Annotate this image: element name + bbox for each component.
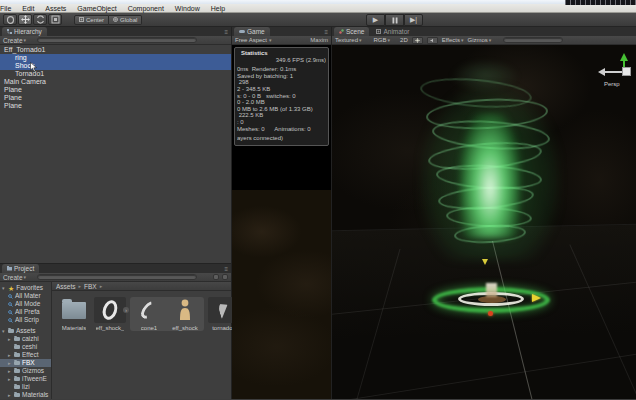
- breadcrumb-assets[interactable]: Assets: [56, 283, 76, 290]
- tab-project[interactable]: Project: [2, 264, 39, 273]
- play-button[interactable]: ▶: [366, 14, 385, 26]
- video-player-overlay: [565, 0, 636, 5]
- project-panel-menu-icon[interactable]: ≡: [224, 266, 228, 272]
- effects-dropdown[interactable]: Effects ▾: [442, 37, 464, 43]
- base-center: [478, 296, 506, 303]
- x-axis-handle[interactable]: [532, 294, 541, 302]
- rotate-tool-button[interactable]: [33, 14, 47, 25]
- tree-folder-ceshi[interactable]: ceshi: [0, 343, 51, 351]
- asset-item-eff-shock[interactable]: › eff_shock_: [94, 297, 126, 331]
- hierarchy-item-plane-3[interactable]: Plane: [0, 102, 231, 110]
- chevron-right-icon: ▸: [8, 335, 12, 343]
- pivot-global-button[interactable]: Global: [109, 15, 142, 25]
- tree-folder-itween[interactable]: ▸ iTweenE: [0, 375, 51, 383]
- tab-scene[interactable]: Scene: [334, 27, 369, 36]
- stat-line: 298: [237, 79, 326, 86]
- game-viewport[interactable]: Statistics 349.6 FPS (2.9ms) 0ms Rendere…: [232, 45, 331, 399]
- menu-gameobject[interactable]: GameObject: [76, 5, 117, 12]
- folder-icon: [14, 361, 20, 365]
- move-tool-button[interactable]: [18, 14, 32, 25]
- scene-search-input[interactable]: [503, 37, 563, 43]
- maximize-on-play-toggle[interactable]: Maxim: [310, 37, 328, 43]
- tree-folder-materials[interactable]: ▸ Materials: [0, 391, 51, 399]
- asset-item-eff-shock-2[interactable]: eff_shock: [168, 297, 202, 331]
- hierarchy-panel-menu-icon[interactable]: ≡: [224, 29, 228, 35]
- tab-game[interactable]: Game: [234, 27, 270, 36]
- hand-tool-icon: [6, 15, 15, 24]
- tree-assets-root[interactable]: ▾ Assets: [0, 327, 51, 335]
- hierarchy-item-ring[interactable]: ring: [0, 54, 231, 62]
- render-channel-dropdown[interactable]: RGB ▾: [374, 37, 391, 43]
- pause-button[interactable]: [385, 14, 404, 26]
- stat-line: : 0: [237, 119, 326, 126]
- 2d-toggle[interactable]: 2D: [400, 37, 408, 43]
- project-search-input[interactable]: [37, 274, 197, 280]
- hand-tool-button[interactable]: [3, 14, 17, 25]
- expand-subassets-icon[interactable]: ›: [123, 307, 129, 313]
- hierarchy-item-plane-1[interactable]: Plane: [0, 86, 231, 94]
- menu-component[interactable]: Component: [127, 5, 165, 12]
- hierarchy-tabstrip: Hierarchy ≡: [0, 27, 231, 36]
- breadcrumb-fbx[interactable]: FBX: [84, 283, 97, 290]
- tree-item-label: iTweenE: [22, 375, 47, 383]
- hierarchy-search-input[interactable]: [37, 37, 197, 43]
- hierarchy-header: Create ▾: [0, 36, 231, 45]
- pivot-controls: Center Global: [74, 15, 142, 25]
- tree-folder-caizhi[interactable]: ▸ caizhi: [0, 335, 51, 343]
- hierarchy-item-main-camera[interactable]: Main Camera: [0, 78, 231, 86]
- menu-window[interactable]: Window: [174, 5, 201, 12]
- tree-folder-fbx[interactable]: ▸ FBX: [0, 359, 51, 367]
- shock-ring-base: [428, 281, 556, 321]
- scale-tool-button[interactable]: [48, 14, 62, 25]
- pause-icon: [392, 17, 398, 24]
- tree-folder-effect[interactable]: ▸ Effect: [0, 351, 51, 359]
- asset-item-materials[interactable]: Materials: [58, 297, 90, 331]
- tree-folder-gizmos[interactable]: ▸ Gizmos: [0, 367, 51, 375]
- y-axis-cone-icon: [620, 53, 628, 61]
- statistics-overlay: Statistics 349.6 FPS (2.9ms) 0ms Rendere…: [234, 47, 329, 146]
- tree-all-materials[interactable]: All Mater: [0, 292, 51, 300]
- axis-handle-small[interactable]: [482, 259, 488, 265]
- pivot-global-label: Global: [120, 17, 137, 23]
- project-create-button[interactable]: Create ▾: [3, 274, 26, 281]
- tab-hierarchy[interactable]: Hierarchy: [2, 27, 47, 36]
- 2d-toggle-label: 2D: [400, 37, 408, 43]
- animator-tab-label: Animator: [383, 28, 409, 35]
- asset-labels-icon[interactable]: [213, 274, 219, 280]
- tree-all-prefabs[interactable]: All Prefa: [0, 308, 51, 316]
- shading-mode-dropdown[interactable]: Textured ▾: [335, 37, 362, 43]
- asset-thumb: ›: [94, 297, 126, 323]
- scene-viewport[interactable]: Persp: [332, 45, 636, 399]
- search-query-icon: [8, 318, 13, 323]
- tree-all-models[interactable]: All Mode: [0, 300, 51, 308]
- lighting-toggle[interactable]: [412, 37, 423, 44]
- project-tab-label: Project: [14, 265, 34, 272]
- orientation-gizmo[interactable]: Persp: [602, 53, 636, 99]
- step-button[interactable]: ▶|: [404, 14, 423, 26]
- aspect-dropdown[interactable]: Free Aspect: [235, 37, 267, 43]
- hierarchy-create-button[interactable]: Create ▾: [3, 37, 26, 44]
- project-tab-icon: [7, 266, 12, 271]
- tree-favorites[interactable]: ▾ ★ Favorites: [0, 284, 51, 292]
- gizmos-dropdown[interactable]: Gizmos ▾: [467, 37, 491, 43]
- tree-all-scripts[interactable]: All Scrip: [0, 316, 51, 324]
- menu-assets[interactable]: Assets: [44, 5, 67, 12]
- scene-tabstrip: Scene Animator: [332, 27, 636, 36]
- game-panel-menu-icon[interactable]: ≡: [324, 29, 328, 35]
- selection-handle-dot[interactable]: [488, 311, 493, 316]
- hierarchy-item-plane-2[interactable]: Plane: [0, 94, 231, 102]
- menu-file[interactable]: File: [0, 5, 12, 12]
- hierarchy-item-eff-tornado1[interactable]: Eff_Tornado1: [0, 46, 231, 54]
- tree-folder-lizi[interactable]: lizi: [0, 383, 51, 391]
- pivot-center-button[interactable]: Center: [74, 15, 109, 25]
- menu-edit[interactable]: Edit: [21, 5, 35, 12]
- chevron-down-icon: ▾: [388, 37, 391, 43]
- audio-toggle[interactable]: [427, 37, 438, 44]
- hierarchy-list: Eff_Tornado1 ring Shock Tornado1 Main Ca…: [0, 45, 231, 263]
- tab-animator[interactable]: Animator: [371, 27, 414, 36]
- asset-item-cone1[interactable]: cone1: [132, 297, 166, 331]
- project-header: Create ▾: [0, 273, 231, 282]
- menu-help[interactable]: Help: [210, 5, 226, 12]
- lock-icon[interactable]: [222, 274, 228, 280]
- rotate-tool-icon: [36, 15, 45, 24]
